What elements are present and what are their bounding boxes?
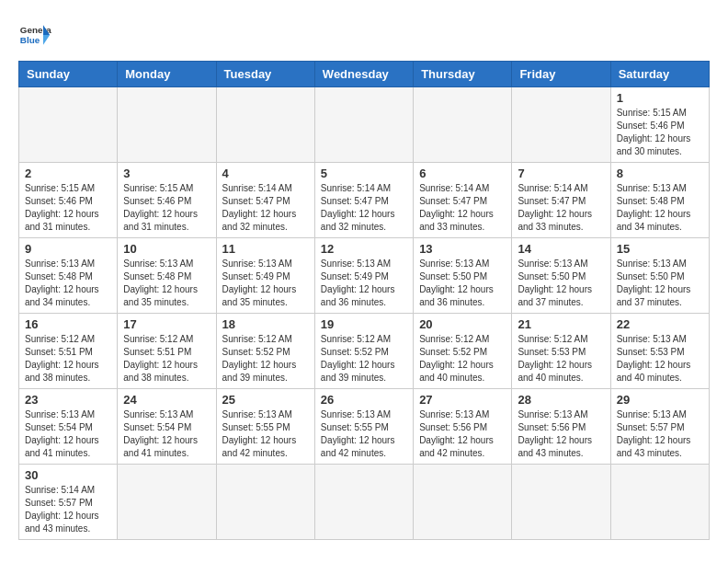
day-number: 15: [617, 242, 703, 256]
calendar-day-cell: [19, 87, 118, 163]
calendar-day-cell: [512, 465, 610, 540]
day-number: 27: [419, 393, 506, 407]
day-number: 5: [321, 167, 407, 180]
day-number: 17: [123, 317, 210, 331]
calendar-day-cell: 16Sunrise: 5:12 AM Sunset: 5:51 PM Dayli…: [19, 314, 118, 389]
day-of-week-header: Wednesday: [314, 62, 413, 87]
day-info: Sunrise: 5:13 AM Sunset: 5:50 PM Dayligh…: [617, 258, 703, 309]
calendar-day-cell: 27Sunrise: 5:13 AM Sunset: 5:56 PM Dayli…: [414, 389, 512, 465]
calendar-week-row: 1Sunrise: 5:15 AM Sunset: 5:46 PM Daylig…: [19, 87, 710, 163]
day-info: Sunrise: 5:13 AM Sunset: 5:55 PM Dayligh…: [222, 408, 309, 460]
day-number: 29: [617, 393, 703, 407]
calendar-day-cell: 20Sunrise: 5:12 AM Sunset: 5:52 PM Dayli…: [414, 314, 512, 389]
calendar-day-cell: 2Sunrise: 5:15 AM Sunset: 5:46 PM Daylig…: [19, 163, 118, 238]
day-info: Sunrise: 5:13 AM Sunset: 5:48 PM Dayligh…: [617, 182, 703, 234]
calendar-week-row: 9Sunrise: 5:13 AM Sunset: 5:48 PM Daylig…: [19, 238, 710, 314]
svg-marker-3: [43, 35, 50, 45]
calendar-day-cell: [216, 465, 314, 540]
day-number: 28: [518, 393, 604, 407]
day-info: Sunrise: 5:12 AM Sunset: 5:52 PM Dayligh…: [321, 333, 407, 385]
calendar-week-row: 23Sunrise: 5:13 AM Sunset: 5:54 PM Dayli…: [19, 389, 710, 465]
calendar-day-cell: 4Sunrise: 5:14 AM Sunset: 5:47 PM Daylig…: [216, 163, 314, 238]
calendar-day-cell: 6Sunrise: 5:14 AM Sunset: 5:47 PM Daylig…: [414, 163, 512, 238]
calendar-day-cell: 18Sunrise: 5:12 AM Sunset: 5:52 PM Dayli…: [216, 314, 314, 389]
day-info: Sunrise: 5:12 AM Sunset: 5:53 PM Dayligh…: [518, 333, 604, 385]
calendar-day-cell: 12Sunrise: 5:13 AM Sunset: 5:49 PM Dayli…: [314, 238, 413, 314]
day-of-week-header: Tuesday: [216, 62, 314, 87]
day-number: 12: [321, 242, 407, 256]
day-of-week-header: Friday: [512, 62, 610, 87]
calendar-day-cell: [314, 465, 413, 540]
calendar-day-cell: 24Sunrise: 5:13 AM Sunset: 5:54 PM Dayli…: [118, 389, 216, 465]
day-number: 18: [222, 317, 309, 331]
calendar-header-row: SundayMondayTuesdayWednesdayThursdayFrid…: [19, 62, 710, 87]
calendar-day-cell: 11Sunrise: 5:13 AM Sunset: 5:49 PM Dayli…: [216, 238, 314, 314]
day-info: Sunrise: 5:12 AM Sunset: 5:51 PM Dayligh…: [25, 333, 111, 385]
calendar-day-cell: 7Sunrise: 5:14 AM Sunset: 5:47 PM Daylig…: [512, 163, 610, 238]
calendar-day-cell: [414, 87, 512, 163]
day-info: Sunrise: 5:14 AM Sunset: 5:47 PM Dayligh…: [518, 182, 604, 234]
day-info: Sunrise: 5:15 AM Sunset: 5:46 PM Dayligh…: [617, 107, 703, 158]
calendar-day-cell: 21Sunrise: 5:12 AM Sunset: 5:53 PM Dayli…: [512, 314, 610, 389]
calendar-day-cell: 3Sunrise: 5:15 AM Sunset: 5:46 PM Daylig…: [118, 163, 216, 238]
day-number: 21: [518, 317, 604, 331]
day-info: Sunrise: 5:13 AM Sunset: 5:54 PM Dayligh…: [25, 408, 111, 460]
calendar-day-cell: 17Sunrise: 5:12 AM Sunset: 5:51 PM Dayli…: [118, 314, 216, 389]
calendar-week-row: 30Sunrise: 5:14 AM Sunset: 5:57 PM Dayli…: [19, 465, 710, 540]
svg-text:Blue: Blue: [20, 35, 40, 45]
calendar-day-cell: 14Sunrise: 5:13 AM Sunset: 5:50 PM Dayli…: [512, 238, 610, 314]
day-number: 14: [518, 242, 604, 256]
calendar-day-cell: [414, 465, 512, 540]
day-info: Sunrise: 5:13 AM Sunset: 5:57 PM Dayligh…: [617, 408, 703, 460]
day-info: Sunrise: 5:14 AM Sunset: 5:57 PM Dayligh…: [25, 484, 111, 535]
calendar-day-cell: 1Sunrise: 5:15 AM Sunset: 5:46 PM Daylig…: [610, 87, 709, 163]
day-info: Sunrise: 5:13 AM Sunset: 5:49 PM Dayligh…: [321, 258, 407, 309]
day-number: 10: [123, 242, 210, 256]
calendar-day-cell: 30Sunrise: 5:14 AM Sunset: 5:57 PM Dayli…: [19, 465, 118, 540]
day-of-week-header: Thursday: [414, 62, 512, 87]
day-info: Sunrise: 5:12 AM Sunset: 5:52 PM Dayligh…: [222, 333, 309, 385]
logo-icon: General Blue: [18, 18, 51, 52]
calendar-day-cell: 15Sunrise: 5:13 AM Sunset: 5:50 PM Dayli…: [610, 238, 709, 314]
calendar-week-row: 2Sunrise: 5:15 AM Sunset: 5:46 PM Daylig…: [19, 163, 710, 238]
page-header: General Blue: [18, 18, 710, 52]
day-of-week-header: Sunday: [19, 62, 118, 87]
day-info: Sunrise: 5:14 AM Sunset: 5:47 PM Dayligh…: [222, 182, 309, 234]
day-of-week-header: Monday: [118, 62, 216, 87]
calendar-day-cell: 5Sunrise: 5:14 AM Sunset: 5:47 PM Daylig…: [314, 163, 413, 238]
calendar-day-cell: [216, 87, 314, 163]
calendar-day-cell: [610, 465, 709, 540]
day-number: 25: [222, 393, 309, 407]
calendar-day-cell: 19Sunrise: 5:12 AM Sunset: 5:52 PM Dayli…: [314, 314, 413, 389]
calendar-day-cell: 23Sunrise: 5:13 AM Sunset: 5:54 PM Dayli…: [19, 389, 118, 465]
day-info: Sunrise: 5:14 AM Sunset: 5:47 PM Dayligh…: [419, 182, 506, 234]
day-info: Sunrise: 5:13 AM Sunset: 5:54 PM Dayligh…: [123, 408, 210, 460]
day-number: 24: [123, 393, 210, 407]
calendar-day-cell: 25Sunrise: 5:13 AM Sunset: 5:55 PM Dayli…: [216, 389, 314, 465]
day-number: 13: [419, 242, 506, 256]
day-info: Sunrise: 5:13 AM Sunset: 5:56 PM Dayligh…: [419, 408, 506, 460]
day-info: Sunrise: 5:13 AM Sunset: 5:50 PM Dayligh…: [419, 258, 506, 309]
day-number: 11: [222, 242, 309, 256]
day-info: Sunrise: 5:15 AM Sunset: 5:46 PM Dayligh…: [25, 182, 111, 234]
day-number: 26: [321, 393, 407, 407]
day-info: Sunrise: 5:15 AM Sunset: 5:46 PM Dayligh…: [123, 182, 210, 234]
calendar-day-cell: 28Sunrise: 5:13 AM Sunset: 5:56 PM Dayli…: [512, 389, 610, 465]
day-number: 9: [25, 242, 111, 256]
day-info: Sunrise: 5:12 AM Sunset: 5:52 PM Dayligh…: [419, 333, 506, 385]
calendar-day-cell: 13Sunrise: 5:13 AM Sunset: 5:50 PM Dayli…: [414, 238, 512, 314]
day-number: 30: [25, 468, 111, 482]
day-number: 8: [617, 167, 703, 180]
calendar-day-cell: [118, 87, 216, 163]
logo: General Blue: [18, 18, 51, 52]
day-number: 22: [617, 317, 703, 331]
day-number: 19: [321, 317, 407, 331]
day-number: 4: [222, 167, 309, 180]
day-number: 23: [25, 393, 111, 407]
calendar-day-cell: 26Sunrise: 5:13 AM Sunset: 5:55 PM Dayli…: [314, 389, 413, 465]
day-info: Sunrise: 5:13 AM Sunset: 5:50 PM Dayligh…: [518, 258, 604, 309]
calendar-day-cell: [118, 465, 216, 540]
day-info: Sunrise: 5:12 AM Sunset: 5:51 PM Dayligh…: [123, 333, 210, 385]
day-number: 16: [25, 317, 111, 331]
calendar-week-row: 16Sunrise: 5:12 AM Sunset: 5:51 PM Dayli…: [19, 314, 710, 389]
